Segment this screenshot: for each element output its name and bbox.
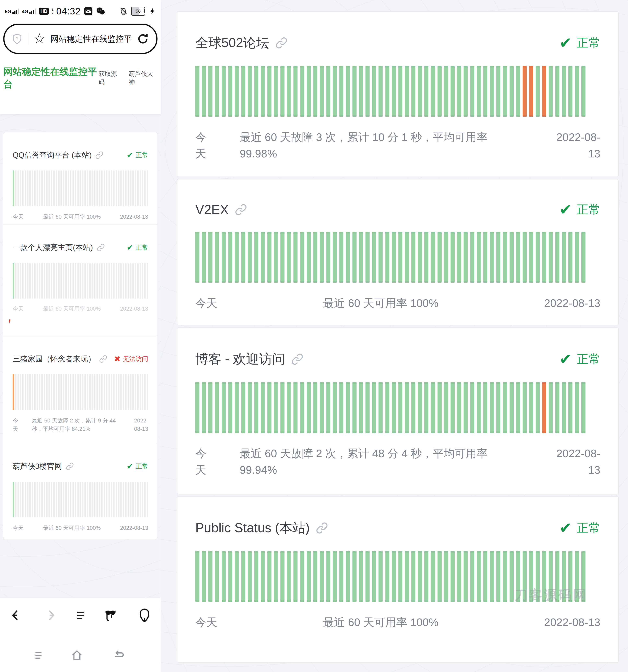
uptime-bar[interactable] xyxy=(116,374,117,410)
uptime-bar[interactable] xyxy=(22,374,24,410)
link-icon[interactable] xyxy=(95,151,103,159)
uptime-bar[interactable] xyxy=(274,382,278,433)
uptime-bar[interactable] xyxy=(140,482,141,518)
uptime-bar[interactable] xyxy=(549,66,553,117)
uptime-bar[interactable] xyxy=(82,170,84,206)
uptime-bar[interactable] xyxy=(101,482,102,518)
forward-icon[interactable] xyxy=(43,608,57,623)
uptime-bar[interactable] xyxy=(120,374,122,410)
uptime-bar[interactable] xyxy=(444,382,448,433)
uptime-bar[interactable] xyxy=(41,482,43,518)
uptime-bar[interactable] xyxy=(29,482,31,518)
uptime-bar[interactable] xyxy=(132,170,134,206)
uptime-bar[interactable] xyxy=(346,551,350,602)
uptime-bar[interactable] xyxy=(529,232,533,283)
uptime-bar[interactable] xyxy=(37,263,38,298)
uptime-bar[interactable] xyxy=(70,170,71,206)
uptime-bar[interactable] xyxy=(222,551,226,602)
uptime-bar[interactable] xyxy=(333,232,337,283)
uptime-bar[interactable] xyxy=(562,232,566,283)
uptime-bar[interactable] xyxy=(202,232,206,283)
uptime-bar[interactable] xyxy=(411,382,415,433)
recents-menu-icon[interactable] xyxy=(36,652,42,659)
uptime-bar[interactable] xyxy=(366,66,370,117)
uptime-bar[interactable] xyxy=(424,551,428,602)
uptime-bar[interactable] xyxy=(85,170,86,206)
back-icon[interactable] xyxy=(9,608,24,623)
link-icon[interactable] xyxy=(235,203,247,216)
uptime-bar[interactable] xyxy=(320,66,324,117)
uptime-bar[interactable] xyxy=(101,263,102,298)
uptime-bar[interactable] xyxy=(450,382,455,433)
uptime-bar[interactable] xyxy=(137,170,139,206)
uptime-bar[interactable] xyxy=(536,66,540,117)
uptime-bar[interactable] xyxy=(241,382,245,433)
uptime-bar[interactable] xyxy=(542,382,546,433)
uptime-bar[interactable] xyxy=(118,263,119,298)
uptime-bar[interactable] xyxy=(109,170,110,206)
uptime-bar[interactable] xyxy=(18,482,19,518)
uptime-bar[interactable] xyxy=(144,263,146,298)
uptime-bar[interactable] xyxy=(483,551,487,602)
uptime-bar[interactable] xyxy=(568,66,573,117)
uptime-bar[interactable] xyxy=(320,551,324,602)
uptime-bar[interactable] xyxy=(130,263,132,298)
uptime-bar[interactable] xyxy=(82,374,84,410)
uptime-bar[interactable] xyxy=(87,482,88,518)
uptime-bar[interactable] xyxy=(241,232,245,283)
uptime-bar[interactable] xyxy=(346,232,350,283)
uptime-bar[interactable] xyxy=(125,170,126,206)
uptime-bar[interactable] xyxy=(147,374,148,410)
uptime-bar[interactable] xyxy=(39,170,40,206)
uptime-bar[interactable] xyxy=(287,232,291,283)
uptime-bar[interactable] xyxy=(464,66,468,117)
uptime-bar[interactable] xyxy=(320,382,324,433)
uptime-bar[interactable] xyxy=(241,551,245,602)
uptime-bar[interactable] xyxy=(132,374,134,410)
uptime-bar[interactable] xyxy=(63,263,64,298)
uptime-bar[interactable] xyxy=(208,382,212,433)
uptime-bar[interactable] xyxy=(116,263,117,298)
uptime-bar[interactable] xyxy=(18,374,19,410)
uptime-bar[interactable] xyxy=(39,374,40,410)
uptime-bar[interactable] xyxy=(372,232,376,283)
uptime-bar[interactable] xyxy=(575,66,579,117)
uptime-bar[interactable] xyxy=(208,551,212,602)
uptime-bar[interactable] xyxy=(70,482,71,518)
uptime-bar[interactable] xyxy=(96,263,98,298)
uptime-bar[interactable] xyxy=(228,382,232,433)
uptime-bar[interactable] xyxy=(96,170,98,206)
uptime-bar[interactable] xyxy=(75,482,76,518)
uptime-bar[interactable] xyxy=(82,482,84,518)
uptime-bar[interactable] xyxy=(137,482,139,518)
uptime-bar[interactable] xyxy=(405,551,409,602)
uptime-bar[interactable] xyxy=(294,551,298,602)
uptime-bar[interactable] xyxy=(464,382,468,433)
uptime-bar[interactable] xyxy=(51,374,52,410)
uptime-bar[interactable] xyxy=(464,232,468,283)
uptime-bar[interactable] xyxy=(392,382,396,433)
uptime-bar[interactable] xyxy=(254,382,258,433)
uptime-bar[interactable] xyxy=(568,232,573,283)
uptime-bar[interactable] xyxy=(496,551,501,602)
uptime-bar[interactable] xyxy=(61,170,62,206)
uptime-bar[interactable] xyxy=(13,170,14,206)
uptime-bar[interactable] xyxy=(405,66,409,117)
uptime-bar[interactable] xyxy=(294,66,298,117)
uptime-bar[interactable] xyxy=(147,482,148,518)
uptime-bar[interactable] xyxy=(87,263,88,298)
uptime-bar[interactable] xyxy=(75,374,76,410)
refresh-icon[interactable] xyxy=(136,32,149,45)
uptime-bar[interactable] xyxy=(483,66,487,117)
uptime-bar[interactable] xyxy=(575,232,579,283)
uptime-bar[interactable] xyxy=(70,263,71,298)
uptime-bar[interactable] xyxy=(222,382,226,433)
uptime-bar[interactable] xyxy=(215,382,219,433)
uptime-bar[interactable] xyxy=(99,482,100,518)
home-icon[interactable] xyxy=(70,649,84,662)
uptime-bar[interactable] xyxy=(144,170,146,206)
uptime-bar[interactable] xyxy=(82,263,84,298)
mask-icon[interactable] xyxy=(103,608,118,623)
uptime-bar[interactable] xyxy=(116,482,117,518)
uptime-bar[interactable] xyxy=(424,232,428,283)
